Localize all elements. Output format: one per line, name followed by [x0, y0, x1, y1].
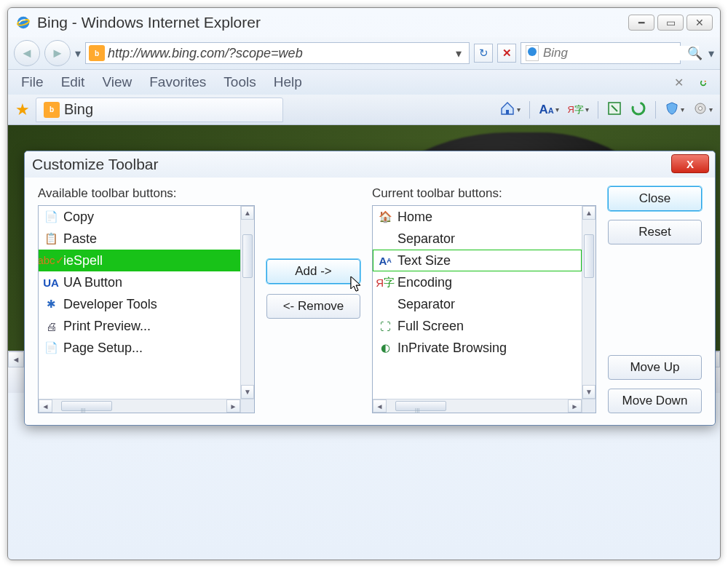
svg-point-2	[528, 47, 537, 56]
full-screen-button[interactable]	[604, 99, 625, 121]
vertical-scrollbar[interactable]: ▲▼	[582, 206, 596, 399]
dialog-action-buttons: Close Reset Move Up Move Down	[608, 186, 702, 413]
encoding-button[interactable]: Я字 ▾	[565, 99, 592, 121]
scroll-thumb[interactable]	[584, 234, 594, 278]
home-button[interactable]: ▾	[496, 99, 523, 121]
search-go-button[interactable]: 🔍	[685, 44, 704, 63]
inprivate-icon: ◐	[377, 340, 393, 356]
list-item-label: Home	[397, 210, 432, 225]
list-item[interactable]: Я字Encoding	[373, 271, 582, 293]
scroll-right-button[interactable]: ►	[568, 399, 582, 413]
home-icon	[499, 100, 515, 119]
svg-point-9	[699, 106, 703, 110]
scroll-down-button[interactable]: ▼	[582, 385, 596, 399]
list-item[interactable]: abc✓ieSpell	[39, 250, 240, 271]
scroll-down-button[interactable]: ▼	[241, 385, 254, 399]
separator-icon	[377, 296, 393, 312]
move-up-button[interactable]: Move Up	[608, 355, 702, 380]
svg-point-7	[633, 103, 644, 114]
titlebar: Bing - Windows Internet Explorer ━ ▭ ✕	[8, 8, 720, 37]
menu-edit[interactable]: Edit	[54, 71, 92, 93]
divider	[655, 101, 656, 119]
menu-bar: File Edit View Favorites Tools Help ✕	[8, 70, 720, 95]
list-item[interactable]: ✱Developer Tools	[39, 293, 240, 315]
tools-button[interactable]: ▾	[690, 99, 716, 121]
horizontal-scrollbar[interactable]: ◄|||►	[373, 399, 582, 413]
refresh-button[interactable]: ↻	[474, 44, 493, 63]
vertical-scrollbar[interactable]: ▲▼	[240, 206, 254, 399]
scroll-corner	[582, 399, 596, 413]
scroll-left-button[interactable]: ◄	[373, 399, 387, 413]
forward-button[interactable]: ►	[44, 40, 71, 66]
reset-button[interactable]: Reset	[608, 220, 702, 244]
dialog-title: Customize Toolbar	[32, 156, 159, 173]
close-window-button[interactable]: ✕	[687, 15, 713, 31]
encoding-icon: Я字	[377, 274, 393, 290]
recent-pages-dropdown[interactable]: ▾	[75, 47, 81, 60]
search-options-dropdown[interactable]: ▾	[708, 47, 714, 60]
svg-rect-5	[506, 110, 509, 114]
list-item-label: Developer Tools	[63, 297, 157, 312]
menu-help[interactable]: Help	[266, 71, 309, 93]
list-item[interactable]: AAText Size	[373, 250, 582, 271]
menu-view[interactable]: View	[95, 71, 139, 93]
search-box[interactable]	[521, 42, 681, 64]
scroll-left-button[interactable]: ◄	[8, 351, 24, 367]
list-item[interactable]: 📋Paste	[39, 228, 240, 250]
browser-tab[interactable]: b Bing	[36, 98, 283, 122]
scroll-thumb[interactable]: |||	[395, 401, 446, 411]
list-item[interactable]: ⛶Full Screen	[373, 315, 582, 337]
list-item[interactable]: 📄Copy	[39, 206, 240, 228]
search-input[interactable]	[543, 46, 699, 60]
list-item-label: Page Setup...	[63, 341, 143, 356]
back-button[interactable]: ◄	[14, 40, 40, 66]
paste-icon: 📋	[43, 231, 59, 247]
maximize-button[interactable]: ▭	[657, 15, 684, 31]
close-button[interactable]: Close	[608, 186, 702, 211]
copy-icon: 📄	[43, 209, 59, 225]
dialog-close-button[interactable]: X	[671, 154, 709, 173]
list-item[interactable]: Separator	[373, 293, 582, 315]
stop-button[interactable]: ✕	[497, 44, 516, 63]
close-toolbar-icon[interactable]: ✕	[668, 76, 689, 89]
scroll-right-button[interactable]: ►	[226, 399, 240, 413]
address-bar[interactable]: b ▾	[85, 42, 470, 64]
list-item[interactable]: UAUA Button	[39, 271, 240, 293]
menu-favorites[interactable]: Favorites	[142, 71, 213, 93]
horizontal-scrollbar[interactable]: ◄|||►	[39, 399, 240, 413]
minimize-button[interactable]: ━	[628, 15, 654, 31]
ua-icon: UA	[43, 274, 59, 290]
safety-button[interactable]: ▾	[662, 99, 687, 121]
scroll-thumb[interactable]: |||	[61, 401, 112, 411]
print-preview-icon: 🖨	[43, 318, 59, 334]
address-dropdown[interactable]: ▾	[451, 47, 466, 60]
favorites-star-button[interactable]: ★	[12, 100, 33, 120]
scroll-up-button[interactable]: ▲	[241, 206, 254, 220]
list-item-label: Text Size	[397, 253, 451, 268]
add-button[interactable]: Add ->	[266, 259, 360, 284]
menu-file[interactable]: File	[14, 71, 51, 93]
dialog-titlebar[interactable]: Customize Toolbar X	[25, 151, 715, 178]
remove-button[interactable]: <- Remove	[266, 294, 360, 319]
text-size-button[interactable]: AA ▾	[536, 99, 561, 121]
move-down-button[interactable]: Move Down	[608, 389, 702, 413]
command-bar: ★ b Bing ▾ AA ▾ Я字 ▾ ▾	[8, 95, 720, 125]
list-item[interactable]: Separator	[373, 228, 582, 250]
full-screen-icon: ⛶	[377, 318, 393, 334]
available-listbox[interactable]: 📄Copy 📋Paste abc✓ieSpell UAUA Button ✱De…	[38, 205, 255, 413]
current-listbox[interactable]: 🏠Home Separator AAText Size Я字Encoding S…	[372, 205, 596, 413]
list-item[interactable]: ◐InPrivate Browsing	[373, 337, 582, 359]
list-item-label: Copy	[63, 210, 94, 225]
scroll-thumb[interactable]	[242, 234, 253, 278]
cursor-icon	[350, 276, 363, 295]
menu-tools[interactable]: Tools	[216, 71, 263, 93]
list-item[interactable]: 📄Page Setup...	[39, 337, 240, 359]
devtools-icon: ✱	[43, 296, 59, 312]
inprivate-icon	[630, 100, 646, 119]
scroll-left-button[interactable]: ◄	[39, 399, 52, 413]
inprivate-button[interactable]	[628, 99, 649, 121]
list-item[interactable]: 🖨Print Preview...	[39, 315, 240, 337]
list-item[interactable]: 🏠Home	[373, 206, 582, 228]
scroll-up-button[interactable]: ▲	[582, 206, 596, 220]
address-input[interactable]	[108, 43, 451, 63]
